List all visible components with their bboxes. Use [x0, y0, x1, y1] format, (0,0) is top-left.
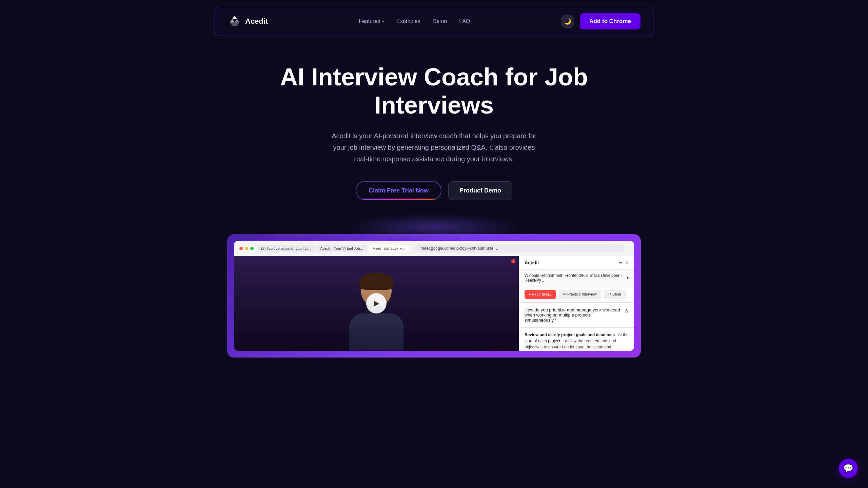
- product-demo-button[interactable]: Product Demo: [448, 181, 512, 200]
- dark-mode-toggle[interactable]: 🌙: [561, 15, 574, 28]
- play-button[interactable]: ▶: [366, 293, 387, 313]
- nav-item-features[interactable]: Features ▾: [359, 18, 384, 24]
- maximize-window-button[interactable]: [250, 247, 254, 250]
- acedit-panel: Acedit ☰ ✕ Winoble Recruitment: Frontend…: [519, 256, 634, 351]
- hero-subtitle: Acedit is your AI-powered interview coac…: [329, 130, 539, 165]
- collapse-icon[interactable]: ∧: [625, 307, 629, 314]
- nav-item-faq[interactable]: FAQ: [459, 18, 470, 24]
- close-window-button[interactable]: [239, 247, 243, 250]
- acedit-panel-controls: ☰ ✕: [619, 260, 629, 265]
- browser-toolbar: (2) Top Job picks for you | Li... Acedit…: [234, 241, 634, 256]
- browser-window-controls: [239, 247, 254, 250]
- navbar: Acedit Features ▾ Examples Demo FAQ 🌙 Ad…: [214, 7, 654, 36]
- add-to-chrome-button[interactable]: Add to Chrome: [580, 13, 640, 29]
- minimize-window-button[interactable]: [245, 247, 248, 250]
- browser-content: ▶ Acedit ☰ ✕ Winoble Recruitment: Fronte…: [234, 256, 634, 351]
- answer-item: Review and clarify project goals and dea…: [525, 332, 629, 351]
- answer-bold: Review and clarify project goals and dea…: [525, 332, 615, 337]
- video-container: (2) Top Job picks for you | Li... Acedit…: [227, 234, 641, 358]
- logo[interactable]: Acedit: [228, 14, 268, 28]
- person-hair: [359, 273, 393, 290]
- hero-section: AI Interview Coach for Job Interviews Ac…: [0, 43, 868, 234]
- browser-tab-1[interactable]: (2) Top Job picks for you | Li...: [257, 245, 315, 252]
- acedit-panel-title: Acedit: [525, 260, 539, 265]
- hero-buttons: Claim Free Trial Now Product Demo: [7, 181, 861, 200]
- browser-tabs: (2) Top Job picks for you | Li... Acedit…: [257, 245, 409, 252]
- clear-button[interactable]: ↺ Clear: [604, 290, 626, 299]
- acedit-panel-header: Acedit ☰ ✕: [519, 256, 634, 270]
- panel-close-icon[interactable]: ✕: [625, 260, 629, 265]
- browser-mockup: (2) Top Job picks for you | Li... Acedit…: [234, 241, 634, 351]
- panel-menu-icon[interactable]: ☰: [619, 260, 623, 265]
- person-body: [349, 313, 403, 351]
- acedit-question: How do you prioritize and manage your wo…: [519, 303, 634, 328]
- moon-icon: 🌙: [564, 18, 571, 25]
- hero-title: AI Interview Coach for Job Interviews: [231, 63, 637, 119]
- nav-item-examples[interactable]: Examples: [396, 18, 420, 24]
- acedit-job-title: Winoble Recruitment: Frontend/Full Stack…: [519, 270, 634, 286]
- chat-icon: 💬: [843, 464, 853, 473]
- chevron-down-icon: ▾: [627, 276, 629, 280]
- video-pane: ▶: [234, 256, 519, 351]
- chat-support-button[interactable]: 💬: [839, 459, 858, 478]
- nav-links: Features ▾ Examples Demo FAQ: [359, 18, 470, 24]
- acedit-answers: Review and clarify project goals and dea…: [519, 328, 634, 351]
- browser-tab-2[interactable]: Acedit - Your Virtual Job...: [316, 245, 367, 252]
- claim-free-trial-button[interactable]: Claim Free Trial Now: [356, 181, 441, 200]
- practice-interview-button[interactable]: ✏ Practice Interview: [559, 290, 601, 299]
- chevron-down-icon: ▾: [382, 19, 384, 24]
- recording-indicator: [511, 259, 515, 263]
- nav-item-demo[interactable]: Demo: [433, 18, 447, 24]
- video-section: (2) Top Job picks for you | Li... Acedit…: [214, 234, 654, 358]
- acedit-action-buttons: ● Recording... ✏ Practice Interview ↺ Cl…: [519, 286, 634, 303]
- browser-tab-3[interactable]: Meet - utd-zqyk-knt: [369, 245, 409, 252]
- logo-text: Acedit: [245, 17, 268, 26]
- acedit-logo-icon: [228, 14, 242, 28]
- nav-right: 🌙 Add to Chrome: [561, 13, 640, 29]
- browser-url-bar[interactable]: meet.google.com/utd-zqyk-knt?authuser=1: [415, 244, 625, 252]
- recording-button[interactable]: ● Recording...: [525, 290, 556, 299]
